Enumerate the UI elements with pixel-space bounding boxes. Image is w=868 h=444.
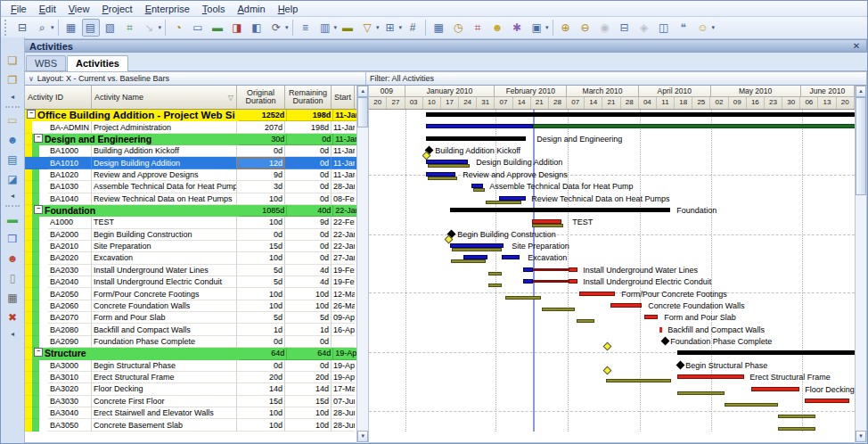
remaining-critical-bar[interactable] [610, 303, 642, 308]
activity-row[interactable]: BA-ADMINProject Administration207d198d11… [25, 121, 356, 133]
wbs-group-row[interactable]: −Foundation1085d40d22-Jan-10 A [25, 205, 356, 217]
activity-usage-icon[interactable]: ▧ [102, 19, 119, 37]
split-vertical-icon[interactable]: ◫ [655, 19, 673, 37]
timeline-week[interactable]: 25 [692, 97, 710, 109]
layouts-icon[interactable]: ⊞ [381, 19, 399, 37]
relationships-icon[interactable]: ⌗ [469, 19, 487, 37]
documents-icon[interactable]: ▯ [4, 272, 20, 286]
toolbar-handle[interactable] [4, 20, 11, 36]
timeline-week[interactable]: 04 [639, 97, 657, 109]
menu-project[interactable]: Project [95, 3, 138, 15]
baseline-bar[interactable] [428, 164, 470, 168]
layout-options-bar[interactable]: ∨ Layout: X - Current vs. Baseline Bars … [24, 71, 867, 86]
activity-row[interactable]: BA2080Backfill and Compact Walls1d1d16-A… [25, 324, 356, 335]
split-horizontal-icon[interactable]: ⊟ [616, 19, 634, 37]
trace-logic-icon[interactable]: ↘ [141, 19, 159, 37]
projects-icon[interactable]: ❏ [4, 54, 20, 69]
collapse-icon[interactable]: − [34, 134, 43, 143]
recalculate-icon-dropdown[interactable]: ▾ [285, 24, 289, 31]
timeline-week[interactable]: 09 [729, 97, 747, 109]
remaining-critical-bar[interactable] [644, 315, 658, 319]
summary-bar[interactable] [677, 350, 855, 355]
timeline-week[interactable]: 31 [477, 97, 495, 109]
timeline-week[interactable]: 13 [818, 97, 836, 109]
timeline-week[interactable]: 07 [567, 97, 585, 109]
menu-help[interactable]: Help [272, 3, 305, 15]
help-icon-dropdown[interactable]: ▾ [712, 24, 716, 31]
gantt-chart-icon[interactable]: ▤ [82, 19, 100, 37]
scroll-down-icon[interactable]: ▼ [357, 431, 368, 442]
schedule-icon[interactable]: ◔ [169, 19, 187, 37]
trace-logic-icon-dropdown[interactable]: ▾ [159, 24, 162, 31]
timeline-week[interactable]: 17 [441, 97, 459, 109]
activity-row[interactable]: BA3050Concrete Basement Slab10d10d28-Jun… [25, 419, 356, 431]
timeline-week[interactable]: 20 [837, 97, 855, 109]
milestone-diamond[interactable] [676, 360, 685, 369]
activity-row[interactable]: BA1020Review and Approve Designs9d0d11-J… [25, 169, 356, 181]
menu-view[interactable]: View [62, 3, 96, 15]
actual-bar[interactable] [426, 124, 533, 128]
columns-icon[interactable]: ▥ [316, 19, 334, 37]
collapse-left-icon[interactable]: ◂ [11, 93, 14, 101]
timeline-week[interactable]: 11 [657, 97, 675, 109]
timeline-week[interactable]: 18 [675, 97, 692, 109]
activity-row[interactable]: BA1010Design Building Addition12d0d11-Ja… [25, 157, 356, 169]
activity-row[interactable]: BA1000Building Addition Kickoff0d0d11-Ja… [25, 145, 356, 157]
baseline-bar[interactable] [778, 415, 815, 418]
timeline-month[interactable]: 009 [369, 86, 405, 97]
activity-row[interactable]: BA2040Install Underground Electric Condu… [25, 276, 356, 288]
risks-icon[interactable]: ✖ [4, 311, 20, 325]
apply-actuals-icon[interactable]: ▬ [209, 19, 226, 37]
collapse-icon[interactable]: − [27, 110, 36, 119]
activity-row[interactable]: BA1040Review Technical Data on Heat Pump… [25, 193, 356, 205]
collapse-icon[interactable]: − [34, 205, 43, 214]
activity-row[interactable]: BA3040Erect Stairwell and Elevator Walls… [25, 407, 356, 419]
remaining-critical-bar[interactable] [659, 327, 662, 333]
baseline-bar[interactable] [778, 427, 815, 431]
actual-bar[interactable] [523, 267, 533, 272]
scrollbar-track[interactable] [856, 195, 866, 431]
reports-icon[interactable]: ▤ [4, 153, 20, 168]
activity-network-icon[interactable]: ⌗ [121, 19, 139, 37]
remaining-critical-bar[interactable] [569, 279, 577, 284]
thresholds-icon[interactable]: ▦ [4, 292, 20, 306]
timeline-week[interactable]: 24 [459, 97, 477, 109]
columns-icon-dropdown[interactable]: ▾ [334, 24, 338, 31]
timeline-month[interactable]: March 2010 [567, 86, 639, 97]
wbs-folder-icon[interactable]: ▭ [4, 114, 20, 128]
activity-row[interactable]: BA3030Concrete First Floor15d15d07-Jun-1… [25, 396, 356, 407]
baseline-bar[interactable] [725, 403, 778, 407]
menu-admin[interactable]: Admin [231, 3, 271, 15]
timeline-week[interactable]: 28 [621, 97, 639, 109]
baseline-bar[interactable] [428, 177, 457, 180]
activity-row[interactable]: BA2000Begin Building Construction0d0d22-… [25, 229, 356, 241]
timeline-week[interactable]: 20 [369, 97, 387, 109]
tab-activities[interactable]: Activities [67, 55, 128, 71]
baseline-bar[interactable] [606, 379, 671, 382]
group-sort-icon[interactable]: ≡ [297, 19, 315, 37]
menu-file[interactable]: File [4, 3, 33, 15]
clock-icon[interactable]: ◷ [449, 19, 467, 37]
timeline-week[interactable]: 03 [405, 97, 423, 109]
menu-tools[interactable]: Tools [196, 3, 232, 15]
critical-line-bar[interactable] [533, 268, 569, 271]
scrollbar-thumb[interactable] [856, 97, 866, 195]
save-layout-icon[interactable]: ▣ [528, 19, 545, 37]
column-header-start[interactable]: Start [332, 86, 355, 109]
assignments-icon[interactable]: ☻ [4, 252, 20, 267]
milestone-diamond[interactable] [661, 337, 670, 346]
timeline-week[interactable]: 30 [782, 97, 800, 109]
summary-bar[interactable] [426, 136, 526, 141]
baseline-bar[interactable] [488, 272, 502, 275]
timeline-week[interactable]: 21 [531, 97, 549, 109]
column-header-activity-name[interactable]: Activity Name▽ [92, 86, 237, 109]
activity-row[interactable]: BA2090Foundation Phase Complete0d0d [25, 336, 356, 348]
layout-section[interactable]: ∨ Layout: X - Current vs. Baseline Bars [25, 72, 366, 85]
timeline-week[interactable]: 23 [765, 97, 782, 109]
baseline-bar[interactable] [451, 259, 486, 263]
zoom-out-icon[interactable]: ⊖ [577, 19, 594, 37]
scrollbar-thumb[interactable] [357, 97, 368, 127]
tab-wbs[interactable]: WBS [26, 55, 66, 70]
remaining-critical-bar[interactable] [579, 292, 615, 296]
timeline-week[interactable]: 28 [549, 97, 567, 109]
